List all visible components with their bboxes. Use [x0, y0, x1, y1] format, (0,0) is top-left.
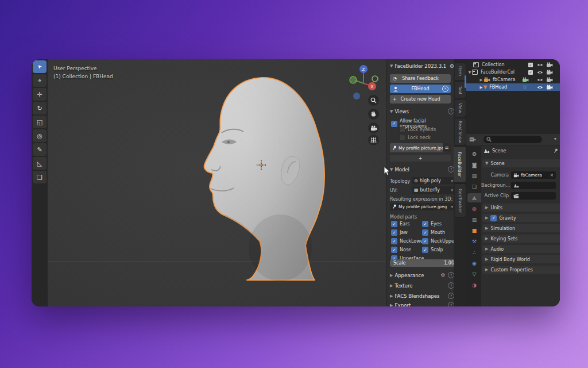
head-model[interactable]	[178, 75, 339, 282]
tool-measure-button[interactable]: ◺	[33, 157, 47, 170]
tab-facebuilder[interactable]: FaceBuilder	[454, 146, 466, 183]
part-ears-checkbox[interactable]: ✓Ears	[391, 221, 422, 227]
outliner-row-collection[interactable]: Collection ✓	[466, 61, 560, 68]
tool-select-box-button[interactable]: ➤	[33, 60, 47, 73]
part-jaw-checkbox[interactable]: ✓Jaw	[391, 229, 422, 236]
active-clip-field[interactable]	[511, 192, 556, 200]
filter-dropdown-icon[interactable]: ▾	[554, 136, 556, 141]
checkbox-icon[interactable]: ✓	[528, 63, 533, 67]
disclosure-right-icon[interactable]: ▶	[479, 85, 483, 90]
audio-label: Audio	[490, 247, 504, 252]
expression-dropdown[interactable]: My profile picture.jpeg ▾	[390, 203, 455, 210]
tool-annotate-button[interactable]: ✎	[33, 143, 47, 156]
tool-add-cube-button[interactable]: ❏	[33, 171, 47, 183]
camera-view-button[interactable]	[368, 122, 379, 133]
background-field[interactable]	[511, 182, 556, 189]
facebuilder-panel-header[interactable]: ▼ FaceBuilder 2023.3.1 ⚙	[390, 63, 458, 69]
part-neckupper-checkbox[interactable]: ✓NeckUpper	[422, 238, 451, 244]
outliner-row-fbhead[interactable]: ▶ ▼ FBHead ▽	[466, 83, 560, 91]
ortho-toggle-button[interactable]	[368, 135, 379, 145]
tab-output-properties[interactable]: ▤	[467, 171, 481, 181]
camera-toggle-icon[interactable]	[546, 77, 553, 82]
tab-view-layer-properties[interactable]: ❏	[467, 182, 481, 191]
texture-section-header[interactable]: ▶ Texture ?	[390, 282, 458, 289]
eye-icon[interactable]	[537, 78, 543, 82]
list-menu-button[interactable]: ≡	[443, 143, 451, 152]
part-nose-checkbox[interactable]: ✓Nose	[391, 247, 422, 253]
tab-modifier-properties[interactable]: ⚒	[467, 237, 481, 246]
tab-render-properties[interactable]: ◙	[467, 160, 481, 170]
export-section-header[interactable]: ▶ Export ?	[390, 302, 458, 306]
scene-panel-header[interactable]: ▼ Scene	[482, 159, 560, 167]
add-view-button[interactable]: +	[390, 155, 451, 162]
tab-geotracker[interactable]: GeoTracker	[455, 183, 466, 218]
gravity-section[interactable]: ▶ ✓ Gravity	[482, 214, 560, 222]
tab-physics-properties[interactable]: ◉	[467, 259, 481, 268]
tab-tool-properties[interactable]: ⚙	[467, 150, 481, 159]
tool-rotate-button[interactable]: ↻	[33, 102, 47, 114]
viewport-overlay-text: User Perspective (1) Collection | FBHead	[53, 64, 113, 80]
tab-real-snow[interactable]: Real Snow	[455, 118, 466, 145]
rigid-body-world-section[interactable]: ▶ Rigid Body World	[482, 255, 560, 263]
outliner-row-fbcamera[interactable]: ▶ fbCamera	[466, 76, 560, 83]
part-eyes-checkbox[interactable]: ✓Eyes	[422, 221, 451, 227]
disclosure-right-icon[interactable]: ▶	[479, 78, 483, 82]
tab-world-properties[interactable]: ◍	[467, 204, 481, 213]
editor-type-icon[interactable]: ▤▾	[469, 136, 476, 142]
tool-move-button[interactable]: ✛	[33, 88, 47, 101]
tab-object-data-properties[interactable]: ▽	[467, 270, 481, 279]
sidebar-tab-column: Item Tool View Real Snow FaceBuilder Geo…	[454, 59, 466, 306]
tool-scale-button[interactable]: ◱	[33, 116, 47, 128]
units-section[interactable]: ▶ Units	[482, 204, 560, 212]
gear-icon[interactable]: ⚙	[441, 273, 445, 278]
tool-cursor-button[interactable]: ⌖	[33, 74, 47, 87]
checkbox-checked-icon: ✓	[422, 238, 428, 244]
tab-collection-properties[interactable]: ▥	[467, 215, 481, 224]
part-necklower-checkbox[interactable]: ✓NeckLower	[391, 238, 422, 244]
close-icon[interactable]: ×	[442, 86, 448, 92]
eye-icon[interactable]	[537, 63, 543, 67]
outliner-row-facebuildercol[interactable]: ▼ FaceBuilderCol ✓	[466, 68, 560, 76]
uv-dropdown[interactable]: ▦ butterfly ▾	[412, 186, 455, 194]
model-section-header[interactable]: ▼ Model ?	[390, 166, 458, 172]
pin-icon[interactable]	[554, 148, 558, 154]
camera-toggle-icon[interactable]	[546, 70, 553, 75]
disclosure-down-icon[interactable]: ▼	[467, 70, 472, 75]
tab-object-properties[interactable]: ■	[467, 226, 481, 235]
lock-eyelids-checkbox[interactable]: Lock eyelids	[399, 126, 436, 133]
appearance-section-header[interactable]: ▶ Appearance ⚙ ?	[390, 272, 458, 278]
lock-neck-checkbox[interactable]: Lock neck	[399, 135, 431, 141]
search-input[interactable]	[483, 136, 542, 143]
part-scalp-checkbox[interactable]: ✓Scalp	[422, 247, 451, 253]
scale-slider[interactable]: Scale 1.00	[390, 259, 458, 267]
camera-toggle-icon[interactable]	[546, 62, 553, 67]
audio-section[interactable]: ▶ Audio	[482, 245, 560, 253]
views-section-header[interactable]: ▼ Views ?	[390, 108, 458, 114]
tab-material-properties[interactable]: ◑	[467, 281, 481, 290]
tab-view[interactable]: View	[455, 99, 466, 117]
custom-properties-section[interactable]: ▶ Custom Properties	[482, 266, 560, 274]
eye-icon[interactable]	[537, 70, 543, 75]
camera-field[interactable]: fbCamera ×	[511, 171, 556, 179]
physics-icon: ◉	[472, 260, 477, 266]
pan-button[interactable]	[368, 109, 379, 120]
image-list-item[interactable]: My profile picture.jpeg	[390, 143, 445, 152]
share-feedback-button[interactable]: ◔ Share Feedback	[390, 74, 451, 83]
part-mouth-checkbox[interactable]: ✓Mouth	[422, 229, 451, 236]
gravity-checkbox[interactable]: ✓	[490, 215, 497, 221]
keying-sets-section[interactable]: ▶ Keying Sets	[482, 235, 560, 243]
topology-dropdown[interactable]: ⊕ high poly ▾	[412, 177, 455, 185]
viewport-3d[interactable]: ➤ ⌖ ✛ ↻ ◱ ◎ ✎ ◺ ❏ User Perspective (1) C…	[32, 59, 386, 306]
clear-icon[interactable]: ×	[550, 172, 554, 178]
camera-toggle-icon[interactable]	[546, 85, 553, 90]
facs-blendshapes-section-header[interactable]: ▶ FACS Blendshapes ?	[390, 293, 458, 299]
tab-scene-properties[interactable]: ◬	[467, 193, 481, 202]
head-item-button[interactable]: FBHead ×	[390, 85, 451, 93]
tab-particles-properties[interactable]: ∴	[467, 248, 481, 257]
checkbox-icon[interactable]: ✓	[528, 70, 533, 75]
zoom-button[interactable]	[368, 95, 379, 106]
create-new-head-button[interactable]: + Create new Head	[390, 95, 451, 103]
eye-icon[interactable]	[537, 85, 543, 90]
simulation-section[interactable]: ▶ Simulation	[482, 224, 560, 232]
tool-transform-button[interactable]: ◎	[33, 129, 47, 142]
